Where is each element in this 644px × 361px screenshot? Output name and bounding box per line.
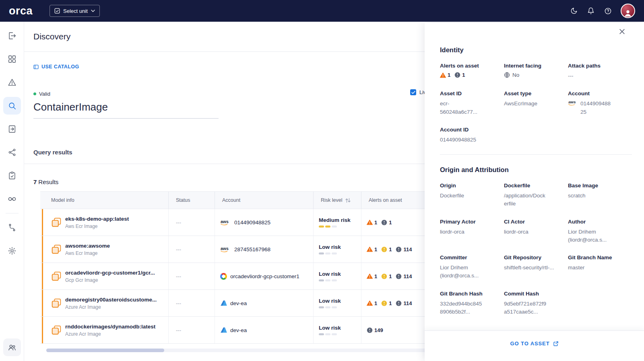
row-accent bbox=[42, 290, 43, 316]
field-label: Author bbox=[568, 219, 632, 225]
origin-section-title: Origin and Attribution bbox=[440, 166, 632, 174]
table-row[interactable]: demoregistry00asteroidscustome...Azure A… bbox=[40, 290, 459, 317]
risk-cell: Low risk bbox=[313, 263, 361, 289]
risk-meter bbox=[319, 306, 341, 308]
field-dockerfile: Dockerfile /application/Dockerfile bbox=[504, 183, 568, 208]
live-checkbox[interactable] bbox=[410, 89, 416, 95]
field-label: Commit Hash bbox=[504, 291, 568, 297]
alert-chip-warning: 1 bbox=[440, 72, 450, 78]
model-type: Azure Acr Image bbox=[65, 304, 101, 310]
dashboard-icon bbox=[8, 55, 17, 64]
field-label: Asset ID bbox=[440, 90, 504, 96]
search-icon bbox=[8, 101, 17, 110]
go-to-asset-link[interactable]: GO TO ASSET bbox=[510, 340, 558, 347]
column-header-status[interactable]: Status bbox=[168, 192, 215, 209]
status-cell: --- bbox=[168, 317, 215, 343]
warning-icon bbox=[440, 72, 446, 78]
table-row[interactable]: rnddockerimages/dynamodb:latestAzure Acr… bbox=[40, 317, 459, 344]
go-to-asset-label: GO TO ASSET bbox=[510, 340, 549, 347]
select-unit-button[interactable]: Select unit bbox=[50, 5, 100, 17]
account-value: 287455167968 bbox=[234, 246, 270, 252]
info-icon bbox=[454, 72, 460, 78]
sidebar-item-gate[interactable] bbox=[3, 27, 21, 45]
query-input[interactable]: ContainerImage bbox=[33, 101, 219, 119]
alert-chip-info: 149 bbox=[367, 327, 383, 333]
column-header-model-info[interactable]: Model info bbox=[40, 192, 168, 209]
valid-dot-icon bbox=[33, 92, 36, 95]
field-label: CI Actor bbox=[504, 219, 568, 225]
close-icon bbox=[619, 29, 625, 35]
account-value: dev-ea bbox=[230, 300, 247, 306]
status-value: --- bbox=[176, 219, 181, 226]
risk-cell: Low risk bbox=[313, 236, 361, 263]
sidebar-item-pipeline[interactable] bbox=[3, 219, 21, 236]
use-catalog-label: USE CATALOG bbox=[41, 64, 79, 70]
table-row[interactable]: eks-k8s-demo-app:latestAws Ecr Image ---… bbox=[40, 209, 459, 236]
status-cell: --- bbox=[168, 236, 215, 263]
risk-label: Medium risk bbox=[319, 217, 351, 223]
field-label: Git Repository bbox=[504, 254, 568, 260]
panel-footer: GO TO ASSET bbox=[425, 330, 644, 361]
orca-logo[interactable]: orca bbox=[9, 5, 33, 17]
theme-toggle-button[interactable] bbox=[570, 7, 578, 14]
moon-icon bbox=[570, 7, 578, 14]
sidebar-item-settings[interactable] bbox=[3, 242, 21, 260]
column-header-account[interactable]: Account bbox=[215, 192, 313, 209]
horizontal-scrollbar[interactable] bbox=[46, 349, 427, 352]
info-icon bbox=[396, 300, 402, 306]
help-button[interactable] bbox=[604, 7, 612, 15]
sidebar-item-compliance[interactable] bbox=[3, 167, 21, 185]
notifications-button[interactable] bbox=[587, 7, 594, 14]
row-accent bbox=[42, 263, 43, 289]
check-icon bbox=[411, 91, 415, 94]
field-value: --- bbox=[568, 72, 624, 80]
table-row[interactable]: awsome:awsomeAws Ecr Image --- aws 28745… bbox=[40, 236, 459, 263]
field-asset-type: Asset type AwsEcrImage bbox=[504, 90, 568, 116]
sidebar-item-users[interactable] bbox=[3, 338, 21, 356]
container-image-icon bbox=[51, 298, 62, 308]
close-panel-button[interactable] bbox=[619, 29, 625, 35]
account-cell: orcadevliordr-gcp-customer1 bbox=[215, 263, 313, 289]
medium-alert-icon bbox=[381, 246, 387, 252]
alert-chip-info: 114 bbox=[396, 246, 412, 252]
field-base-image: Base Image scratch bbox=[568, 183, 632, 208]
alert-count: 1 bbox=[374, 246, 377, 252]
field-value: No bbox=[512, 72, 519, 78]
scrollbar-thumb[interactable] bbox=[46, 349, 164, 352]
alerts-icon bbox=[8, 78, 17, 87]
field-git-branch-hash: Git Branch Hash 332ded944bc8458906b5b2f.… bbox=[440, 291, 504, 316]
sidebar-item-graph[interactable] bbox=[3, 144, 21, 161]
field-value: 014490948825 bbox=[580, 100, 611, 116]
table-header: Model info Status Account Risk level Ale… bbox=[40, 191, 459, 209]
help-icon bbox=[604, 7, 612, 15]
field-value: 332ded944bc8458906b5b2f... bbox=[440, 300, 483, 316]
warning-icon bbox=[367, 219, 373, 225]
query-results-title: Query results bbox=[33, 149, 72, 156]
catalog-icon bbox=[33, 64, 39, 70]
risk-cell: Low risk bbox=[313, 290, 361, 316]
field-label: Account ID bbox=[440, 127, 504, 133]
container-image-icon bbox=[51, 325, 62, 335]
risk-label: Low risk bbox=[319, 298, 341, 304]
pipeline-icon bbox=[8, 223, 17, 232]
alert-count: 1 bbox=[374, 219, 377, 226]
sidebar-item-reports[interactable] bbox=[3, 120, 21, 138]
risk-meter bbox=[319, 252, 341, 254]
sidebar-item-alerts[interactable] bbox=[3, 74, 21, 91]
model-info-cell: eks-k8s-demo-app:latestAws Ecr Image bbox=[40, 209, 168, 236]
account-cell: aws 287455167968 bbox=[215, 236, 313, 263]
user-avatar[interactable] bbox=[621, 4, 635, 18]
sort-icon[interactable] bbox=[345, 198, 351, 203]
row-accent bbox=[42, 236, 43, 263]
table-row[interactable]: orcadevliordr-gcp-customer1/gcr...Gcp Gc… bbox=[40, 263, 459, 290]
field-primary-actor: Primary Actor liordr-orca bbox=[440, 219, 504, 244]
sidebar-item-discovery[interactable] bbox=[3, 97, 21, 115]
use-catalog-link[interactable]: USE CATALOG bbox=[33, 64, 79, 70]
svg-text:aws: aws bbox=[221, 246, 229, 251]
risk-meter bbox=[319, 333, 341, 335]
chevron-down-icon bbox=[91, 10, 95, 12]
sidebar-item-shiftleft[interactable] bbox=[3, 190, 21, 208]
model-name: eks-k8s-demo-app:latest bbox=[65, 216, 129, 222]
sidebar-item-dashboard[interactable] bbox=[3, 50, 21, 68]
column-header-risk-level[interactable]: Risk level bbox=[313, 192, 361, 209]
